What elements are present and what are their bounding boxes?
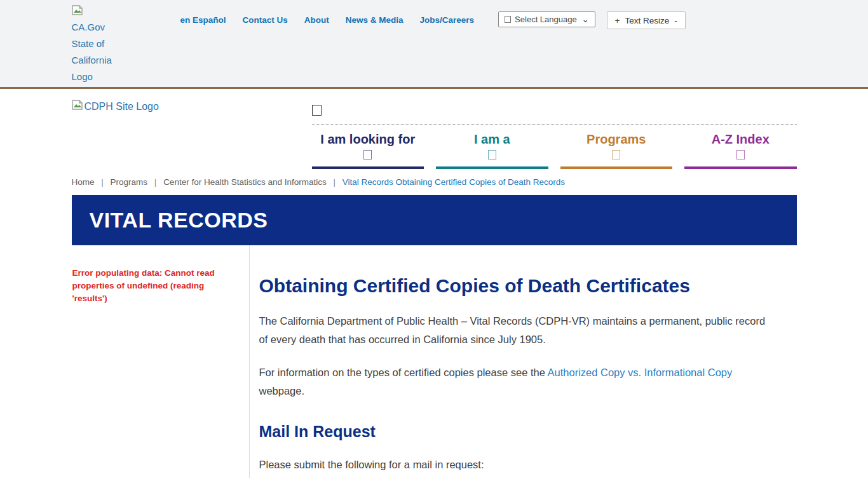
broken-image-icon — [72, 5, 83, 18]
utility-nav-link-news-media[interactable]: News & Media — [346, 15, 403, 25]
page-content: Error populating data: Cannot read prope… — [72, 245, 797, 478]
utility-nav-link-en-espanol[interactable]: en Español — [180, 15, 226, 25]
utility-nav-link-contact-us[interactable]: Contact Us — [243, 15, 288, 25]
cdph-site-logo-link[interactable]: CDPH Site Logo — [72, 98, 159, 115]
chevron-down-icon-placeholder — [488, 150, 496, 159]
section-heading-mail-in-request: Mail In Request — [259, 423, 776, 441]
ca-gov-logo-link[interactable]: CA.Gov State of California Logo — [72, 5, 120, 85]
breadcrumb-separator: | — [101, 177, 104, 187]
broken-image-icon — [72, 100, 83, 112]
menu-tab-label: I am a — [436, 132, 548, 147]
breadcrumb-link-programs[interactable]: Programs — [111, 177, 148, 187]
language-select-label: Select Language — [515, 15, 577, 24]
menu-tab-label: A-Z Index — [684, 132, 797, 147]
menu-tab-i-am-looking-for[interactable]: I am looking for — [312, 132, 424, 169]
text-resize-control: + Text Resize - — [607, 11, 686, 29]
breadcrumb-link-chsi[interactable]: Center for Health Statistics and Informa… — [163, 177, 327, 187]
menu-tab-a-z-index[interactable]: A-Z Index — [684, 132, 797, 169]
mail-in-intro-paragraph: Please submit the following for a mail i… — [259, 456, 776, 474]
ca-gov-logo-alt-text: CA.Gov State of California Logo — [72, 19, 120, 85]
menu-tab-programs[interactable]: Programs — [560, 132, 673, 169]
breadcrumb-link-home[interactable]: Home — [72, 177, 95, 187]
utility-nav: en Español Contact Us About News & Media… — [180, 15, 475, 25]
menu-tab-label: I am looking for — [312, 132, 424, 147]
info-paragraph-text: webpage. — [259, 385, 305, 396]
cdph-site-logo-alt-text: CDPH Site Logo — [85, 98, 159, 115]
text-increase-button[interactable]: + — [615, 16, 620, 25]
left-sidebar: Error populating data: Cannot read prope… — [72, 245, 250, 478]
language-select[interactable]: Select Language ⌄ — [498, 11, 595, 27]
sidebar-error-message: Error populating data: Cannot read prope… — [72, 267, 230, 305]
menu-tab-i-am-a[interactable]: I am a — [436, 132, 548, 169]
breadcrumb-separator: | — [154, 177, 157, 187]
authorized-copy-link[interactable]: Authorized Copy vs. Informational Copy — [548, 367, 733, 378]
info-paragraph-text: For information on the types of certifie… — [259, 367, 548, 378]
chevron-down-icon: ⌄ — [582, 15, 589, 24]
info-paragraph: For information on the types of certifie… — [259, 363, 776, 400]
article: Obtaining Certified Copies of Death Cert… — [250, 245, 797, 478]
breadcrumb-separator: | — [334, 177, 336, 187]
text-resize-label: Text Resize — [625, 16, 670, 25]
globe-icon-placeholder — [505, 16, 511, 23]
intro-paragraph: The California Department of Public Heal… — [259, 312, 776, 349]
breadcrumb-current-page[interactable]: Vital Records Obtaining Certified Copies… — [342, 177, 565, 187]
utility-nav-link-jobs-careers[interactable]: Jobs/Careers — [420, 15, 475, 25]
mega-menu-tabs: I am looking for I am a Programs A-Z Ind… — [312, 124, 797, 169]
chevron-down-icon-placeholder — [612, 150, 620, 159]
vital-records-banner: VITAL RECORDS — [72, 195, 797, 245]
global-utility-header: CA.Gov State of California Logo en Españ… — [0, 0, 868, 89]
chevron-down-icon-placeholder — [736, 150, 745, 159]
site-header: CDPH Site Logo I am looking for I am a P… — [0, 89, 868, 169]
chevron-down-icon-placeholder — [363, 150, 372, 159]
page-title: Obtaining Certified Copies of Death Cert… — [259, 274, 776, 297]
banner-title: VITAL RECORDS — [90, 208, 268, 233]
breadcrumb: Home | Programs | Center for Health Stat… — [72, 169, 797, 195]
search-icon-placeholder[interactable] — [312, 105, 322, 116]
utility-nav-link-about[interactable]: About — [304, 15, 329, 25]
text-decrease-button[interactable]: - — [674, 16, 677, 25]
menu-tab-label: Programs — [560, 132, 673, 147]
mega-menu: I am looking for I am a Programs A-Z Ind… — [312, 105, 797, 169]
